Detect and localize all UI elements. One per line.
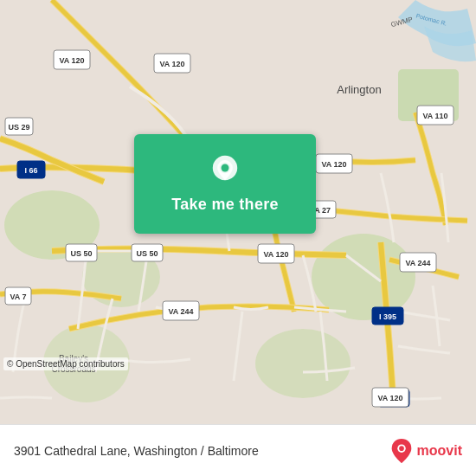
svg-point-5 — [255, 329, 351, 398]
svg-text:VA 244: VA 244 — [168, 307, 193, 316]
svg-text:VA 120: VA 120 — [59, 56, 84, 65]
svg-text:US 50: US 50 — [70, 249, 92, 258]
bottom-bar: 3901 Cathedral Lane, Washington / Baltim… — [0, 424, 476, 476]
svg-point-46 — [222, 164, 229, 172]
svg-text:VA 244: VA 244 — [405, 259, 430, 267]
svg-text:US 29: US 29 — [8, 123, 29, 132]
svg-text:US 50: US 50 — [136, 249, 158, 258]
map-container: VA 120 VA 120 I 66 US 29 VA 120 VA 110 U… — [0, 0, 476, 424]
svg-text:VA 120: VA 120 — [159, 60, 184, 68]
svg-text:VA 7: VA 7 — [10, 293, 26, 301]
svg-text:VA 110: VA 110 — [422, 112, 447, 120]
moovit-pin-icon — [389, 437, 414, 465]
address-text: 3901 Cathedral Lane, Washington / Baltim… — [14, 444, 381, 458]
svg-point-48 — [399, 446, 404, 451]
map-attribution: © OpenStreetMap contributors — [3, 357, 128, 370]
moovit-logo: moovit — [389, 437, 462, 465]
location-pin-icon — [208, 154, 242, 189]
take-me-there-label: Take me there — [171, 196, 279, 214]
moovit-brand-text: moovit — [417, 443, 462, 459]
svg-text:VA 120: VA 120 — [377, 394, 402, 402]
svg-text:VA 120: VA 120 — [263, 250, 288, 259]
svg-text:I 395: I 395 — [379, 312, 396, 321]
svg-text:VA 120: VA 120 — [321, 160, 346, 169]
take-me-there-button[interactable]: Take me there — [134, 134, 316, 234]
svg-text:Arlington: Arlington — [337, 83, 381, 96]
svg-text:I 66: I 66 — [24, 166, 37, 175]
